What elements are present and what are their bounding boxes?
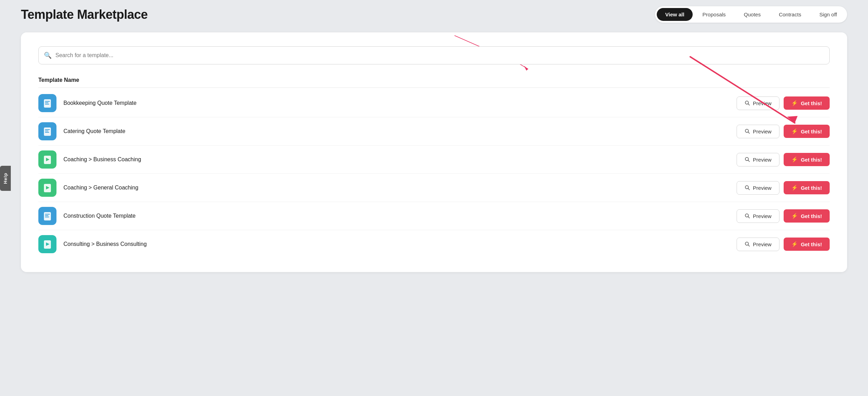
tab-view-all[interactable]: View all [657,8,693,21]
table-row: Coaching > General Coaching Preview ⚡ Ge… [38,174,830,202]
svg-rect-10 [44,127,51,136]
page-title: Template Marketplace [21,7,147,22]
get-button-5[interactable]: ⚡ Get this! [784,209,830,223]
preview-button-6[interactable]: Preview [737,238,779,251]
tab-quotes[interactable]: Quotes [736,8,769,21]
bolt-icon: ⚡ [791,100,798,106]
table-header: Template Name [38,77,830,88]
nav-tabs: View all Proposals Quotes Contracts Sign… [655,6,847,23]
row-actions-5: Preview ⚡ Get this! [737,209,830,223]
row-actions-2: Preview ⚡ Get this! [737,125,830,138]
help-tab[interactable]: Help [0,166,11,191]
svg-line-33 [748,245,749,246]
search-container: 🔍 [38,46,830,64]
svg-line-15 [748,132,749,133]
table-row: Consulting > Business Consulting Preview… [38,230,830,258]
svg-rect-27 [45,217,49,217]
svg-rect-26 [45,215,48,216]
tab-contracts[interactable]: Contracts [770,8,809,21]
svg-line-9 [748,104,749,105]
template-table: Template Name Bookkeeping Quote Template [38,77,830,258]
template-name-header: Template Name [38,77,79,83]
help-label[interactable]: Help [0,166,11,191]
search-icon [745,157,750,162]
row-name-1: Bookkeeping Quote Template [63,100,737,106]
row-icon-4 [38,179,56,197]
preview-button-3[interactable]: Preview [737,153,779,166]
tab-proposals[interactable]: Proposals [694,8,734,21]
row-name-3: Coaching > Business Coaching [63,156,737,163]
bolt-icon: ⚡ [791,128,798,134]
search-input[interactable] [38,46,830,64]
table-row: Construction Quote Template Preview ⚡ Ge… [38,202,830,230]
table-row: Bookkeeping Quote Template Preview ⚡ Get… [38,89,830,117]
row-actions-4: Preview ⚡ Get this! [737,181,830,195]
svg-marker-3 [524,66,528,71]
svg-rect-11 [45,129,50,130]
svg-line-2 [520,64,528,69]
bolt-icon: ⚡ [791,156,798,163]
row-icon-3 [38,150,56,169]
svg-rect-24 [44,212,51,220]
get-button-4[interactable]: ⚡ Get this! [784,181,830,194]
main-content: 🔍 Template Name Bookkeeping Quote Templa… [21,32,847,272]
svg-line-23 [748,188,749,190]
preview-button-1[interactable]: Preview [737,96,779,110]
svg-rect-6 [45,102,48,103]
table-row: Catering Quote Template Preview ⚡ Get th… [38,117,830,146]
search-icon [745,185,750,191]
row-name-5: Construction Quote Template [63,213,737,219]
get-button-2[interactable]: ⚡ Get this! [784,125,830,138]
row-actions-6: Preview ⚡ Get this! [737,238,830,251]
svg-rect-5 [45,101,50,102]
svg-rect-12 [45,131,48,131]
svg-line-29 [748,217,749,218]
preview-button-4[interactable]: Preview [737,181,779,195]
search-icon [745,241,750,247]
row-icon-6 [38,235,56,253]
get-button-1[interactable]: ⚡ Get this! [784,96,830,110]
search-icon [745,129,750,134]
row-name-2: Catering Quote Template [63,128,737,134]
search-icon [745,100,750,106]
table-row: Coaching > Business Coaching Preview ⚡ G… [38,146,830,174]
svg-rect-7 [45,104,49,104]
row-name-4: Coaching > General Coaching [63,185,737,191]
row-actions-1: Preview ⚡ Get this! [737,96,830,110]
get-button-3[interactable]: ⚡ Get this! [784,153,830,166]
row-icon-5 [38,207,56,225]
header: Template Marketplace View all Proposals … [0,0,868,29]
get-button-6[interactable]: ⚡ Get this! [784,238,830,251]
row-actions-3: Preview ⚡ Get this! [737,153,830,166]
tab-sign-off[interactable]: Sign off [811,8,845,21]
svg-rect-4 [44,99,51,108]
row-icon-2 [38,122,56,140]
svg-rect-25 [45,214,50,215]
search-icon [745,213,750,219]
svg-rect-13 [45,132,49,133]
bolt-icon: ⚡ [791,213,798,219]
bolt-icon: ⚡ [791,241,798,247]
preview-button-5[interactable]: Preview [737,209,779,223]
row-name-6: Consulting > Business Consulting [63,241,737,247]
svg-line-19 [748,160,749,162]
row-icon-1 [38,94,56,112]
preview-button-2[interactable]: Preview [737,125,779,138]
bolt-icon: ⚡ [791,185,798,191]
